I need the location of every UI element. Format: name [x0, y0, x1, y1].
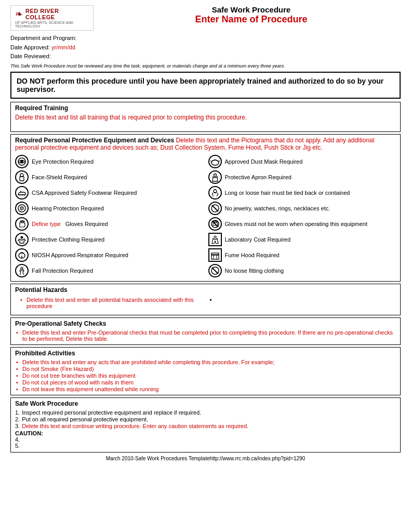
pre-operational-heading: Pre-Operational Safety Checks: [15, 320, 106, 327]
ppe-item-hair: Long or loose hair must be tied back or …: [208, 185, 396, 200]
safe-work-procedure-header: Safe Work Procedure: [11, 398, 400, 408]
swp-step-2: 2.Put on all required personal protectiv…: [15, 416, 396, 422]
potential-hazards-list: Delete this text and enter all potential…: [15, 296, 202, 312]
swp-label: Safe Work Procedure: [102, 5, 401, 14]
fume-hood-icon: [208, 248, 222, 262]
ppe-heading: Required Personal Protective Equipment a…: [15, 137, 174, 144]
svg-point-7: [214, 174, 216, 176]
swp-step-4: 4.: [15, 436, 396, 443]
warning-box: DO NOT perform this procedure until you …: [10, 72, 401, 99]
ppe-item-protective-clothing: Protective Clothing Required: [15, 232, 203, 247]
prohibited-item-2: Do not Smoke (Fire Hazard): [15, 366, 396, 372]
required-training-section: Required Training Delete this text and l…: [10, 102, 401, 132]
fall-protection-icon: [15, 264, 29, 277]
ppe-item-jewelry: No jewelry, watches, rings, necklaces et…: [208, 201, 396, 216]
svg-point-18: [21, 236, 23, 238]
respirator-icon: [15, 248, 29, 262]
protective-clothing-icon: [15, 233, 29, 246]
prohibited-activities-section: Prohibited Activities Delete this text a…: [10, 347, 401, 395]
svg-point-26: [21, 267, 23, 269]
prohibited-item-1: Delete this text and enter any acts that…: [15, 359, 396, 365]
swp-step-1: 1.Inspect required personal protective e…: [15, 409, 396, 416]
prohibited-activities-list: Delete this text and enter any acts that…: [11, 358, 400, 395]
college-name: Red River College: [25, 8, 89, 20]
safe-work-procedure-heading: Safe Work Procedure: [15, 400, 78, 407]
footer-text: March 2010-Safe Work Procedures Template: [106, 456, 210, 461]
ppe-item-fume-hood: Fume Hood Required: [208, 248, 396, 262]
procedure-name: Enter Name of Procedure: [102, 14, 401, 25]
header-title: Safe Work Procedure Enter Name of Proced…: [102, 5, 401, 25]
svg-point-9: [214, 190, 217, 193]
ppe-item-lab-coat: Laboratory Coat Required: [208, 232, 396, 247]
logo-box: ❧ Red River College OF APPLIED ARTS, SCI…: [10, 5, 94, 31]
pre-operational-item-1: Delete this text and enter Pre-Operation…: [15, 329, 396, 342]
date-approved-line: Date Approved: yr/mm/dd: [10, 43, 401, 52]
prohibited-activities-header: Prohibited Activities: [11, 348, 400, 358]
svg-line-3: [210, 161, 211, 162]
pre-operational-section: Pre-Operational Safety Checks Delete thi…: [10, 317, 401, 345]
date-reviewed-line: Date Reviewed:: [10, 52, 401, 61]
ppe-item-respirator: NIOSH Approved Respirator Required: [15, 248, 203, 262]
ppe-grid: Eye Protection Required Approved Dust Ma…: [11, 152, 400, 281]
svg-line-4: [219, 161, 220, 162]
svg-rect-23: [211, 253, 219, 255]
eye-protection-icon: [15, 155, 29, 168]
ppe-item-gloves: Define type Gloves Required: [15, 217, 203, 231]
prohibited-item-5: Do not leave this equipment unattended w…: [15, 386, 396, 392]
prohibited-item-4: Do not cut pieces of wood with nails in …: [15, 379, 396, 385]
header: ❧ Red River College OF APPLIED ARTS, SCI…: [10, 5, 401, 31]
date-approved-value: yr/mm/dd: [51, 44, 75, 50]
college-subtitle: OF APPLIED ARTS, SCIENCE AND TECHNOLOGY: [15, 21, 89, 28]
logo-leaf-icon: ❧: [15, 9, 23, 19]
fine-print: This Safe Work Procedure must be reviewe…: [10, 63, 401, 69]
svg-point-5: [20, 174, 23, 177]
lab-coat-icon: [208, 233, 222, 246]
swp-step-3: 3.Delete this text and continue writing …: [15, 423, 396, 429]
department-line: Department and Program:: [10, 34, 401, 43]
ppe-item-fall-protection: Fall Protection Required: [15, 263, 203, 278]
swp-step-5: 5.: [15, 443, 396, 449]
potential-hazards-header: Potential Hazards: [11, 284, 400, 295]
safe-work-procedure-body: 1.Inspect required personal protective e…: [11, 408, 400, 452]
svg-point-13: [21, 208, 22, 209]
caution-label: CAUTION:: [15, 430, 396, 436]
svg-rect-6: [20, 177, 24, 181]
svg-point-19: [214, 236, 216, 238]
ppe-item-hearing: Hearing Protection Required: [15, 201, 203, 216]
no-loose-clothing-icon: [208, 264, 222, 277]
pre-operational-header: Pre-Operational Safety Checks: [11, 318, 400, 328]
required-training-body: Delete this text and list all training t…: [11, 113, 400, 131]
hair-icon: [208, 186, 222, 200]
svg-line-15: [212, 205, 218, 211]
safe-work-procedure-section: Safe Work Procedure 1.Inspect required p…: [10, 397, 401, 453]
footwear-icon: [15, 186, 29, 200]
prohibited-item-3: Do not cut tree branches with this equip…: [15, 373, 396, 379]
potential-hazards-heading: Potential Hazards: [15, 286, 68, 294]
prohibited-activities-heading: Prohibited Activities: [15, 350, 75, 357]
ppe-item-faceshield: Face-Shield Required: [15, 170, 203, 184]
no-gloves-icon: [208, 217, 222, 231]
ppe-item-apron: Protective Apron Required: [208, 170, 396, 184]
pre-operational-list: Delete this text and enter Pre-Operation…: [11, 328, 400, 344]
ppe-section: Required Personal Protective Equipment a…: [10, 134, 401, 282]
apron-icon: [208, 170, 222, 184]
ppe-item-no-gloves: Gloves must not be worn when operating t…: [208, 217, 396, 231]
ppe-header: Required Personal Protective Equipment a…: [11, 135, 400, 152]
ppe-item-eye: Eye Protection Required: [15, 154, 203, 169]
gloves-icon: [15, 217, 29, 231]
meta-info: Department and Program: Date Approved: y…: [10, 34, 401, 61]
required-training-header: Required Training: [11, 102, 400, 113]
footer: March 2010-Safe Work Procedures Template…: [10, 456, 401, 461]
faceshield-icon: [15, 170, 29, 184]
warning-text: DO NOT perform this procedure until you …: [17, 77, 394, 94]
ppe-item-footwear: CSA Approved Safety Footwear Required: [15, 185, 203, 200]
svg-line-29: [212, 268, 218, 274]
jewelry-icon: [208, 202, 222, 215]
dust-mask-icon: [208, 155, 222, 168]
potential-hazards-item-1: Delete this text and enter all potential…: [19, 297, 197, 309]
required-training-text: Delete this text and list all training t…: [15, 114, 247, 121]
footer-link[interactable]: http://www.rrc.mb.ca/index.php?pid=1290: [210, 456, 306, 461]
ppe-item-no-loose-clothing: No loose fitting clothing: [208, 263, 396, 278]
ppe-item-dust-mask: Approved Dust Mask Required: [208, 154, 396, 169]
potential-hazards-body: Delete this text and enter all potential…: [11, 295, 400, 315]
